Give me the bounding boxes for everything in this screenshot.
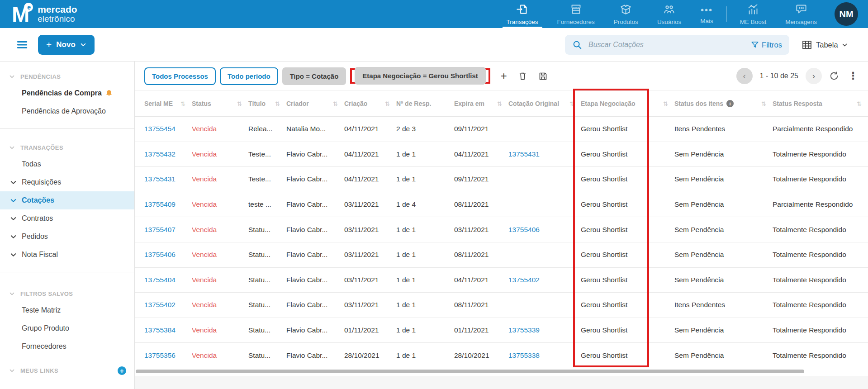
sort-icon[interactable]: ⇅ xyxy=(761,100,766,107)
sort-icon[interactable]: ⇅ xyxy=(333,100,338,107)
col-status[interactable]: Status⇅ xyxy=(192,100,248,107)
sort-icon[interactable]: ⇅ xyxy=(237,100,242,107)
sidebar-section-pendencias[interactable]: PENDÊNCIAS xyxy=(0,69,134,84)
cell-criacao: 03/11/2021 xyxy=(344,276,396,284)
col-criacao[interactable]: Criação⇅ xyxy=(344,100,396,107)
cell-original[interactable]: 13755339 xyxy=(508,326,581,334)
save-filter-icon[interactable] xyxy=(538,71,548,81)
cell-original[interactable]: 13755406 xyxy=(508,226,581,234)
cell-serial[interactable]: 13755404 xyxy=(144,276,192,284)
cell-serial[interactable]: 13755454 xyxy=(144,125,192,133)
nav-item-mensagens[interactable]: Mensagens xyxy=(776,0,826,28)
col-criador[interactable]: Criador⇅ xyxy=(286,100,344,107)
horizontal-scrollbar[interactable] xyxy=(136,370,804,373)
table-row[interactable]: 13755384 Vencida Statu... Flavio Cabr...… xyxy=(135,318,868,343)
view-label: Tabela xyxy=(816,41,838,49)
sidebar-section-meus-links[interactable]: MEUS LINKS + xyxy=(0,363,134,378)
info-icon[interactable]: i xyxy=(726,100,734,107)
nav-item-usuarios[interactable]: Usuários xyxy=(648,0,691,28)
bell-icon xyxy=(105,89,113,97)
search-icon[interactable] xyxy=(572,40,582,50)
search-input[interactable] xyxy=(588,41,751,49)
sidebar-item-cotacoes[interactable]: Cotações xyxy=(0,191,134,209)
col-n-resp[interactable]: Nº de Resp. xyxy=(396,100,454,107)
view-selector[interactable]: Tabela xyxy=(802,35,848,55)
prev-page-button[interactable]: ‹ xyxy=(736,68,753,84)
cell-serial[interactable]: 13755384 xyxy=(144,326,192,334)
cell-serial[interactable]: 13755402 xyxy=(144,301,192,309)
sidebar-section-transacoes[interactable]: TRANSAÇÕES xyxy=(0,140,134,155)
table-row[interactable]: 13755409 Vencida teste ... Flavio Cabr..… xyxy=(135,192,868,218)
filter-chip-todo-periodo[interactable]: Todo período xyxy=(220,67,278,85)
novo-button[interactable]: + Novo xyxy=(38,35,95,55)
next-page-button[interactable]: › xyxy=(806,68,822,84)
cell-criador: Natalia Mo... xyxy=(286,125,344,133)
cell-serial[interactable]: 13755407 xyxy=(144,226,192,234)
sidebar-item-pendencias-compra[interactable]: Pendências de Compra xyxy=(0,84,134,102)
sidebar-item-todas[interactable]: Todas xyxy=(0,155,134,173)
brand-logo[interactable]: M e mercado eletrônico xyxy=(0,4,77,25)
add-filter-icon[interactable]: + xyxy=(501,71,507,81)
refresh-icon[interactable] xyxy=(829,71,839,81)
filtros-button[interactable]: Filtros xyxy=(751,41,782,49)
filter-chip-tipo-cotacao[interactable]: Tipo = Cotação xyxy=(282,67,346,85)
table-row[interactable]: 13755454 Vencida Relea... Natalia Mo... … xyxy=(135,117,868,142)
nav-item-transacoes[interactable]: Transações xyxy=(497,0,548,28)
cell-serial[interactable]: 13755409 xyxy=(144,200,192,209)
cell-expira: 01/11/2021 xyxy=(454,326,508,334)
nav-item-mais[interactable]: ••• Mais xyxy=(691,0,723,28)
cell-etapa: Gerou Shortlist xyxy=(581,251,674,259)
delete-filter-icon[interactable] xyxy=(518,71,527,81)
cell-serial[interactable]: 13755431 xyxy=(144,175,192,183)
table-row[interactable]: 13755432 Vencida Teste... Flavio Cabr...… xyxy=(135,142,868,167)
add-link-button[interactable]: + xyxy=(118,366,126,375)
table-row[interactable]: 13755404 Vencida Statu... Flavio Cabr...… xyxy=(135,268,868,293)
cell-original[interactable]: 13755402 xyxy=(508,276,581,284)
sidebar-item-pedidos[interactable]: Pedidos xyxy=(0,228,134,246)
sidebar-item-pendencias-aprovacao[interactable]: Pendências de Aprovação xyxy=(0,102,134,120)
col-expira-em[interactable]: Expira em⇅ xyxy=(454,100,508,107)
col-titulo[interactable]: Título⇅ xyxy=(248,100,286,107)
sidebar-item-fornecedores[interactable]: Fornecedores xyxy=(0,337,134,356)
kebab-menu-icon[interactable]: ⋮ xyxy=(846,70,860,82)
chevron-down-icon xyxy=(10,197,17,204)
sort-icon[interactable]: ⇅ xyxy=(569,100,574,107)
sidebar-item-teste-matriz[interactable]: Teste Matriz xyxy=(0,301,134,319)
table-row[interactable]: 13755407 Vencida Statu... Flavio Cabr...… xyxy=(135,217,868,242)
cell-serial[interactable]: 13755432 xyxy=(144,150,192,158)
table-row[interactable]: 13755356 Vencida Statu... Flavio Cabr...… xyxy=(135,343,868,368)
sort-icon[interactable]: ⇅ xyxy=(275,100,280,107)
col-cotacao-original[interactable]: Cotação Original⇅ xyxy=(508,100,581,107)
app-window: M e mercado eletrônico Transações Fornec… xyxy=(0,0,868,389)
users-icon xyxy=(663,3,675,17)
sidebar-item-requisicoes[interactable]: Requisições xyxy=(0,173,134,191)
cell-serial[interactable]: 13755356 xyxy=(144,351,192,360)
sort-icon[interactable]: ⇅ xyxy=(385,100,390,107)
cell-serial[interactable]: 13755406 xyxy=(144,251,192,259)
sort-icon[interactable]: ⇅ xyxy=(180,100,185,107)
filter-chip-etapa-negociacao[interactable]: Etapa Negociação = Gerou Shortlist xyxy=(355,67,485,85)
sidebar-divider xyxy=(0,272,134,272)
sort-icon[interactable]: ⇅ xyxy=(857,100,862,107)
hamburger-menu-icon[interactable] xyxy=(16,39,28,51)
sort-icon[interactable]: ⇅ xyxy=(497,100,502,107)
cell-original[interactable]: 13755431 xyxy=(508,150,581,158)
table-row[interactable]: 13755431 Vencida Teste... Flavio Cabr...… xyxy=(135,167,868,192)
nav-item-me-boost[interactable]: ME Boost xyxy=(730,0,776,28)
sidebar-item-contratos[interactable]: Contratos xyxy=(0,209,134,228)
nav-item-produtos[interactable]: Produtos xyxy=(604,0,648,28)
col-serial-me[interactable]: Serial ME⇅ xyxy=(144,100,192,107)
sidebar-item-grupo-produto[interactable]: Grupo Produto xyxy=(0,319,134,337)
sidebar-item-nota-fiscal[interactable]: Nota Fiscal xyxy=(0,246,134,264)
nav-item-fornecedores[interactable]: Fornecedores xyxy=(548,0,604,28)
col-status-resposta[interactable]: Status Resposta⇅ xyxy=(773,100,868,107)
sort-icon[interactable]: ⇅ xyxy=(663,100,668,107)
user-avatar[interactable]: NM xyxy=(835,2,858,26)
col-status-dos-itens[interactable]: Status dos itensi⇅ xyxy=(674,100,773,107)
cell-original[interactable]: 13755338 xyxy=(508,351,581,360)
sidebar-section-filtros-salvos[interactable]: FILTROS SALVOS xyxy=(0,286,134,301)
table-row[interactable]: 13755402 Vencida Statu... Flavio Cabr...… xyxy=(135,293,868,318)
col-etapa-negociacao[interactable]: Etapa Negociação⇅ xyxy=(581,100,674,107)
table-row[interactable]: 13755406 Vencida Statu... Flavio Cabr...… xyxy=(135,242,868,268)
filter-chip-todos-processos[interactable]: Todos Processos xyxy=(144,67,216,85)
